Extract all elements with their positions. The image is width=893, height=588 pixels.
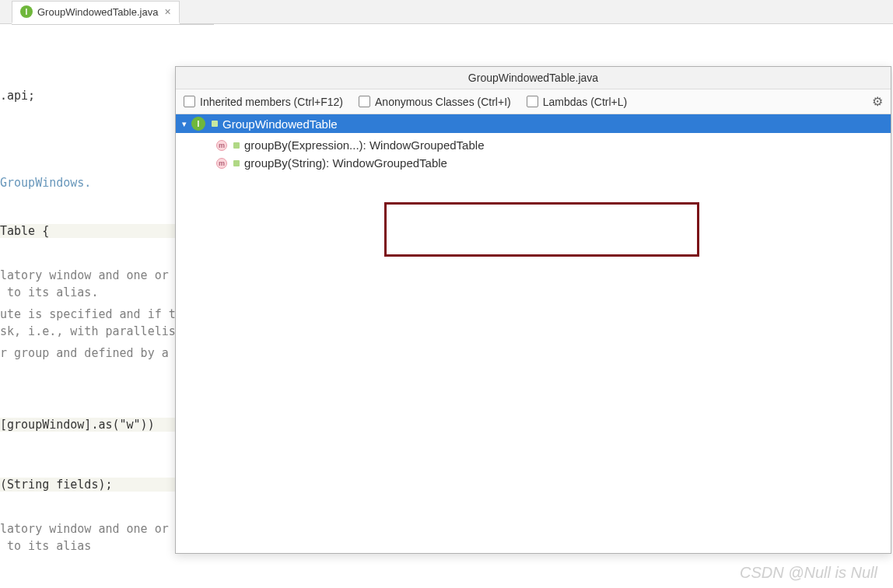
gear-icon[interactable]: ⚙: [872, 94, 883, 109]
checkbox-label: Inherited members (Ctrl+F12): [200, 96, 343, 108]
interface-icon: I: [191, 117, 205, 131]
checkbox-icon: [359, 96, 370, 107]
method-icon: m: [216, 158, 227, 169]
close-icon[interactable]: ×: [163, 5, 172, 18]
watermark: CSDN @Null is Null: [740, 564, 877, 582]
file-structure-popup: GroupWindowedTable.java Inherited member…: [175, 66, 891, 554]
interface-icon: I: [20, 5, 33, 18]
checkbox-label: Lambdas (Ctrl+L): [543, 96, 628, 108]
method-icon: m: [216, 140, 227, 151]
tree-root-label: GroupWindowedTable: [222, 117, 338, 131]
checkbox-icon: [527, 96, 538, 107]
inherited-members-checkbox[interactable]: Inherited members (Ctrl+F12): [184, 96, 343, 108]
checkbox-icon: [184, 96, 195, 107]
public-modifier-icon: [233, 160, 240, 166]
editor-tabbar: I GroupWindowedTable.java ×: [0, 0, 893, 24]
lambdas-checkbox[interactable]: Lambdas (Ctrl+L): [527, 96, 628, 108]
editor-tab-active[interactable]: I GroupWindowedTable.java ×: [12, 1, 180, 24]
structure-tree-children: m groupBy(Expression...): WindowGroupedT…: [176, 133, 891, 175]
tab-filename: GroupWindowedTable.java: [37, 6, 158, 18]
checkbox-label: Anonymous Classes (Ctrl+I): [375, 96, 511, 108]
public-modifier-icon: [233, 142, 240, 149]
method-label: groupBy(Expression...): WindowGroupedTab…: [244, 138, 484, 152]
method-label: groupBy(String): WindowGroupedTable: [244, 156, 447, 170]
popup-toolbar: Inherited members (Ctrl+F12) Anonymous C…: [176, 89, 891, 114]
anonymous-classes-checkbox[interactable]: Anonymous Classes (Ctrl+I): [359, 96, 511, 108]
chevron-down-icon[interactable]: ▾: [182, 119, 187, 129]
public-modifier-icon: [212, 121, 218, 127]
popup-title: GroupWindowedTable.java: [176, 67, 891, 89]
structure-tree-root[interactable]: ▾ I GroupWindowedTable: [176, 114, 891, 133]
structure-tree-method[interactable]: m groupBy(String): WindowGroupedTable: [176, 154, 891, 172]
structure-tree-method[interactable]: m groupBy(Expression...): WindowGroupedT…: [176, 136, 891, 154]
